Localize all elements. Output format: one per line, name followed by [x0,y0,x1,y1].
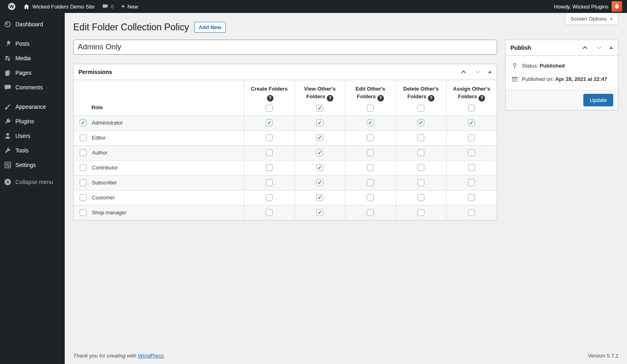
move-up-button[interactable] [581,44,589,52]
help-icon[interactable]: ? [479,95,485,102]
help-icon[interactable]: ? [377,95,384,102]
permission-checkbox[interactable] [417,119,424,126]
sidebar-item-tools[interactable]: Tools [0,143,65,158]
move-down-button[interactable] [595,44,603,52]
role-checkbox[interactable] [80,134,87,141]
permission-checkbox[interactable] [468,209,475,216]
new-label: New [127,4,138,10]
column-select-all-checkbox[interactable] [266,105,273,112]
column-select-all-checkbox[interactable] [367,105,374,112]
role-checkbox[interactable] [80,119,87,126]
main-content: Screen Options ▼ Edit Folder Collection … [65,13,627,364]
avatar[interactable] [612,1,622,12]
permission-checkbox[interactable] [367,134,374,141]
permission-checkbox[interactable] [266,209,273,216]
sidebar-item-dashboard[interactable]: Dashboard [0,17,65,32]
sidebar-item-users[interactable]: Users [0,129,65,143]
permission-checkbox[interactable] [417,179,424,186]
screen-options-label: Screen Options [570,16,607,22]
permission-checkbox[interactable] [367,164,374,171]
brush-icon [4,103,12,111]
add-new-button[interactable]: Add New [194,22,226,33]
wordpress-link[interactable]: WordPress [138,353,164,359]
sidebar-item-pages[interactable]: Pages [0,66,65,80]
comments-link[interactable]: 0 [98,0,117,13]
move-up-button[interactable] [460,68,468,76]
permission-checkbox[interactable] [468,179,475,186]
role-checkbox[interactable] [80,149,87,156]
permission-checkbox[interactable] [316,134,323,141]
sidebar-item-comments[interactable]: Comments [0,80,65,95]
screen-options-button[interactable]: Screen Options ▼ [565,13,619,25]
role-label: Shop manager [92,210,126,216]
permission-checkbox[interactable] [316,164,323,171]
permission-checkbox[interactable] [468,134,475,141]
role-column-header: Role [74,80,244,115]
permission-checkbox[interactable] [316,149,323,156]
howdy-account-link[interactable]: Howdy, Wicked Plugins [551,4,612,10]
column-select-all-checkbox[interactable] [316,105,323,112]
permission-checkbox[interactable] [468,164,475,171]
sidebar-item-media[interactable]: Media [0,51,65,66]
sidebar-item-plugins[interactable]: Plugins [0,114,65,129]
plugin-icon [4,117,12,125]
status-value: Published [540,63,565,69]
sidebar-item-label: Comments [15,84,43,91]
permission-checkbox[interactable] [367,119,374,126]
role-checkbox[interactable] [80,179,87,186]
permission-checkbox[interactable] [266,119,273,126]
permission-checkbox[interactable] [316,179,323,186]
sidebar-item-settings[interactable]: Settings [0,158,65,172]
site-name-link[interactable]: Wicked Folders Demo Site [19,0,98,13]
column-select-all-checkbox[interactable] [417,105,424,112]
role-checkbox[interactable] [80,209,87,216]
admin-bar: W Wicked Folders Demo Site 0 + New Howdy… [0,0,627,13]
sidebar-item-collapse-menu[interactable]: Collapse menu [0,175,65,189]
permission-checkbox[interactable] [417,149,424,156]
new-content-link[interactable]: + New [117,0,142,13]
site-name-label: Wicked Folders Demo Site [32,4,95,10]
permission-checkbox[interactable] [266,149,273,156]
permissions-metabox: Permissions [73,64,497,220]
column-select-all-checkbox[interactable] [468,105,475,112]
wordpress-logo[interactable]: W [4,0,19,13]
sidebar-item-posts[interactable]: Posts [0,36,65,51]
user-icon [4,132,12,140]
permission-checkbox[interactable] [266,134,273,141]
move-down-button[interactable] [474,68,482,76]
help-icon[interactable]: ? [267,95,273,102]
permission-checkbox[interactable] [417,164,424,171]
permission-checkbox[interactable] [367,149,374,156]
permission-checkbox[interactable] [468,149,475,156]
permission-checkbox[interactable] [266,194,273,201]
page-title: Edit Folder Collection Policy [73,21,189,34]
permission-checkbox[interactable] [367,209,374,216]
toggle-panel-button[interactable] [609,46,613,49]
published-text: Published on: Apr 28, 2021 at 22:47 [522,76,607,82]
permission-checkbox[interactable] [468,119,475,126]
update-button[interactable]: Update [583,94,613,106]
role-checkbox[interactable] [80,194,87,201]
permission-checkbox[interactable] [367,179,374,186]
table-row: Customer [74,190,497,205]
permission-checkbox[interactable] [367,194,374,201]
permission-checkbox[interactable] [417,134,424,141]
sidebar-item-label: Posts [15,40,30,47]
permission-column-header: Edit Other's Folders? [345,80,396,115]
help-icon[interactable]: ? [428,95,434,102]
policy-title-input[interactable] [73,40,497,55]
role-checkbox[interactable] [80,164,87,171]
permission-checkbox[interactable] [316,119,323,126]
permission-checkbox[interactable] [417,209,424,216]
role-label: Administrator [92,120,123,126]
toggle-panel-button[interactable] [488,70,492,73]
permission-checkbox[interactable] [266,164,273,171]
svg-text:W: W [10,4,14,9]
help-icon[interactable]: ? [327,95,333,102]
permission-checkbox[interactable] [316,209,323,216]
permission-checkbox[interactable] [417,194,424,201]
permission-checkbox[interactable] [266,179,273,186]
permission-checkbox[interactable] [468,194,475,201]
permission-checkbox[interactable] [316,194,323,201]
sidebar-item-appearance[interactable]: Appearance [0,99,65,114]
